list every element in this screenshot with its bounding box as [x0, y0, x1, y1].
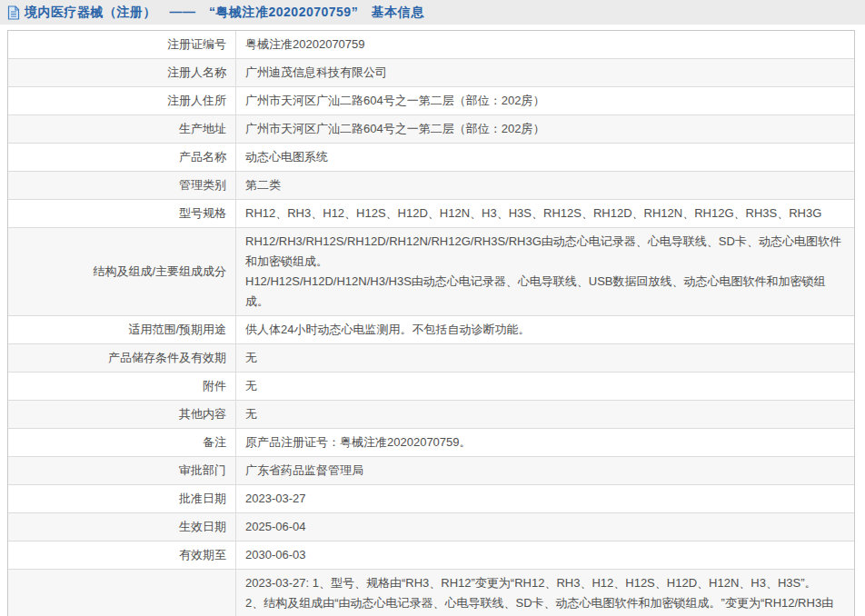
field-label: 适用范围/预期用途 [8, 316, 235, 343]
field-label: 型号规格 [8, 200, 235, 227]
field-value-text: 广州迪茂信息科技有限公司 [245, 63, 387, 83]
field-value: 无 [235, 373, 854, 400]
field-value-text: 无 [245, 376, 257, 396]
field-label-text: 管理类别 [179, 177, 226, 194]
field-label: 备注 [8, 429, 235, 456]
table-row: 附件 无 [8, 372, 854, 400]
table-row: 其他内容 无 [8, 400, 854, 428]
field-value-text: RH12、RH3、H12、H12S、H12D、H12N、H3、H3S、RH12S… [245, 204, 821, 224]
field-value-text: 2030-06-03 [245, 545, 306, 565]
field-value: 原产品注册证号：粤械注准20202070759。 [235, 429, 854, 456]
field-value: 第二类 [235, 172, 854, 199]
field-value: 供人体24小时动态心电监测用。不包括自动诊断功能。 [235, 316, 854, 343]
field-label-text: 产品储存条件及有效期 [108, 350, 226, 366]
field-value-text: 2023-03-27 [245, 489, 306, 509]
field-label: 批准日期 [8, 485, 235, 512]
table-row: 结构及组成/主要组成成分 RH12/RH3/RH12S/RH12D/RH12N/… [8, 227, 854, 315]
field-label-text: 有效期至 [179, 547, 226, 563]
table-row: 产品名称 动态心电图系统 [8, 143, 854, 171]
field-label: 结构及组成/主要组成成分 [8, 228, 235, 315]
registration-info-table: 注册证编号 粤械注准20202070759 注册人名称 广州迪茂信息科技有限公司… [7, 30, 855, 616]
field-value-text: 广州市天河区广汕二路604号之一第二层（部位：202房） [245, 91, 544, 111]
field-value-text: 供人体24小时动态心电监测用。不包括自动诊断功能。 [245, 320, 530, 340]
field-value-text: 粤械注准20202070759 [245, 35, 365, 55]
field-label: 注册人住所 [8, 87, 235, 114]
field-label-text: 批准日期 [179, 491, 226, 507]
field-label-text: 注册人住所 [167, 93, 226, 109]
field-value: 2030-06-03 [235, 541, 854, 569]
field-label: 产品储存条件及有效期 [8, 344, 235, 372]
field-value: RH12/RH3/RH12S/RH12D/RH12N/RH12G/RH3S/RH… [235, 228, 854, 315]
field-label: 注册证编号 [8, 31, 235, 58]
field-value: 2025-06-04 [235, 513, 854, 541]
field-label: 有效期至 [8, 541, 235, 569]
field-label: 其他内容 [8, 401, 235, 428]
field-label: 注册人名称 [8, 59, 235, 86]
field-label: 变更情况 [8, 570, 235, 616]
field-label: 生效日期 [8, 513, 235, 541]
field-value-text: 无 [245, 348, 257, 368]
field-value: 广州市天河区广汕二路604号之一第二层（部位：202房） [235, 115, 854, 143]
field-value-text: 原产品注册证号：粤械注准20202070759。 [245, 432, 472, 452]
field-value: 广东省药品监督管理局 [235, 457, 854, 484]
page-header: 境内医疗器械（注册） —— “粤械注准20202070759” 基本信息 [0, 0, 865, 25]
field-value: 广州迪茂信息科技有限公司 [235, 59, 854, 86]
field-label-text: 附件 [203, 378, 226, 394]
table-row: 管理类别 第二类 [8, 171, 854, 199]
table-row: 备注 原产品注册证号：粤械注准20202070759。 [8, 428, 854, 456]
table-row: 生效日期 2025-06-04 [8, 512, 854, 541]
field-value-text: 广州市天河区广汕二路604号之一第二层（部位：202房） [245, 119, 544, 139]
field-value-text: 广东省药品监督管理局 [245, 461, 363, 481]
field-value-text: 第二类 [245, 175, 281, 195]
field-value: 2023-03-27: 1、型号、规格由“RH3、RH12”变更为“RH12、R… [235, 570, 854, 616]
field-value: 无 [235, 344, 854, 372]
table-row: 注册人住所 广州市天河区广汕二路604号之一第二层（部位：202房） [8, 86, 854, 114]
field-value: 粤械注准20202070759 [235, 31, 854, 58]
field-value-text: RH12/RH3/RH12S/RH12D/RH12N/RH12G/RH3S/RH… [245, 232, 845, 312]
field-label-text: 审批部门 [179, 462, 226, 479]
field-label-text: 注册证编号 [167, 36, 226, 53]
table-row: 生产地址 广州市天河区广汕二路604号之一第二层（部位：202房） [8, 114, 854, 143]
table-row: 适用范围/预期用途 供人体24小时动态心电监测用。不包括自动诊断功能。 [8, 315, 854, 343]
table-row: 变更情况 2023-03-27: 1、型号、规格由“RH3、RH12”变更为“R… [8, 569, 854, 616]
field-value: RH12、RH3、H12、H12S、H12D、H12N、H3、H3S、RH12S… [235, 200, 854, 227]
field-label-text: 其他内容 [179, 406, 226, 422]
field-value-text: 无 [245, 404, 257, 424]
table-row: 型号规格 RH12、RH3、H12、H12S、H12D、H12N、H3、H3S、… [8, 199, 854, 227]
table-row: 审批部门 广东省药品监督管理局 [8, 456, 854, 484]
field-label-text: 结构及组成/主要组成成分 [93, 263, 226, 280]
field-value: 广州市天河区广汕二路604号之一第二层（部位：202房） [235, 87, 854, 114]
table-row: 产品储存条件及有效期 无 [8, 343, 854, 372]
field-label-text: 注册人名称 [167, 65, 226, 81]
table-row: 注册人名称 广州迪茂信息科技有限公司 [8, 58, 854, 86]
field-value: 无 [235, 401, 854, 428]
document-icon [7, 5, 20, 20]
field-value: 动态心电图系统 [235, 144, 854, 171]
table-row: 有效期至 2030-06-03 [8, 541, 854, 569]
table-row: 批准日期 2023-03-27 [8, 484, 854, 512]
field-value: 2023-03-27 [235, 485, 854, 512]
field-label-text: 适用范围/预期用途 [128, 322, 226, 338]
field-value-text: 2025-06-04 [245, 517, 306, 537]
field-label: 生产地址 [8, 115, 235, 143]
field-label: 附件 [8, 373, 235, 400]
field-label-text: 产品名称 [179, 149, 226, 165]
field-value-text: 动态心电图系统 [245, 147, 328, 167]
field-label-text: 生产地址 [179, 121, 226, 137]
field-label: 审批部门 [8, 457, 235, 484]
field-value-text: 2023-03-27: 1、型号、规格由“RH3、RH12”变更为“RH12、R… [245, 573, 845, 616]
field-label-text: 生效日期 [179, 519, 226, 535]
field-label-text: 型号规格 [179, 205, 226, 222]
table-row: 注册证编号 粤械注准20202070759 [8, 31, 854, 58]
field-label-text: 备注 [203, 434, 226, 451]
page-title: 境内医疗器械（注册） —— “粤械注准20202070759” 基本信息 [25, 5, 424, 21]
field-label: 管理类别 [8, 172, 235, 199]
field-label: 产品名称 [8, 144, 235, 171]
